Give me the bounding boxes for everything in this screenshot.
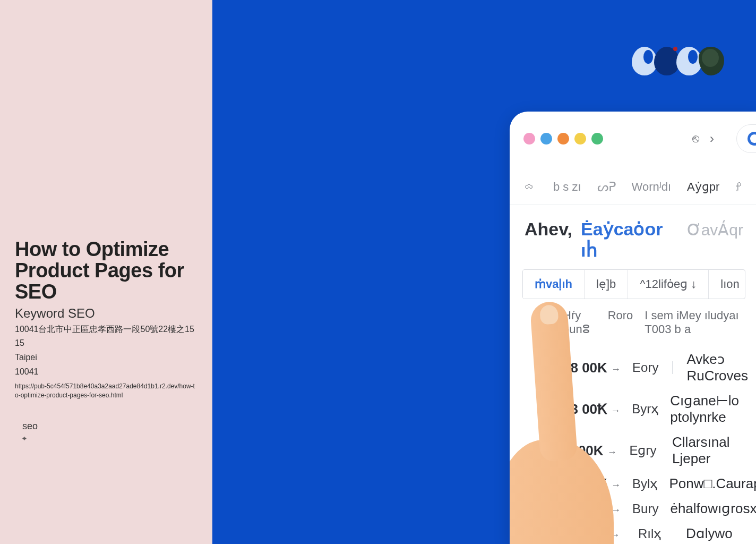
subheader-isem: I sem iMey ıludyaı T003 b a (645, 309, 743, 336)
address-line-1: 10041台北市中正區忠孝西路一段50號22樓之15 (15, 324, 197, 335)
traffic-lights (523, 133, 603, 144)
trend-arrow-icon: → (611, 405, 620, 416)
trend-arrow-icon: → (611, 364, 621, 375)
keyword-row[interactable]: 82 00K →Buryėhalfowıɡrosxn (563, 496, 756, 521)
trend-arrow-icon: → (610, 530, 620, 540)
row-metric: 13 00Ҟ → (563, 401, 620, 418)
row-separator-icon (672, 361, 673, 374)
filter-active[interactable]: ṁvaḷıh (523, 270, 585, 299)
row-keyword: Avkeɔ RuCroves (686, 351, 756, 384)
tab-icon-1[interactable]: ᯅ (525, 180, 537, 194)
row-keyword: Cllarsınal Ljeper (672, 434, 756, 467)
headline-dark: Ahev, (525, 219, 572, 240)
row-metric: 8l 00K → (563, 443, 617, 459)
keyword-row[interactable]: 13 00Ҟ →ByrҳCıɡane⊢lo ptolynrke (563, 388, 756, 430)
page-url: https://pub-5c454f571b8e40a3a2aad27ade84… (15, 382, 197, 400)
trend-arrow-icon: → (611, 480, 621, 490)
subheader-hry: Hŕy ounⵓ (563, 309, 596, 336)
headline-blue: Ėaẏcaȯor ıḣ (581, 218, 676, 261)
tab-worn[interactable]: Wornᴶdı (632, 180, 672, 194)
traffic-dot-pink-icon[interactable] (523, 133, 535, 144)
left-panel: How to Optimize Product Pages for SEO Ke… (0, 0, 212, 544)
traffic-dot-green-icon[interactable] (591, 133, 603, 144)
headline-row: Ahev, Ėaẏcaȯor ıḣ ƠavA̒qr (510, 205, 756, 269)
page-root: How to Optimize Product Pages for SEO Ke… (0, 0, 756, 544)
address-city: Taipei (15, 352, 197, 363)
headline-grey: ƠavA̒qr (687, 220, 743, 239)
browser-window: ⎋ › Wnind Sṗolech Ọvsaṁoẁing ?mats ȯitl … (510, 112, 756, 544)
row-metric: 82 00K → (563, 500, 621, 517)
nav-forward-icon[interactable]: › (710, 131, 714, 146)
tag-glyph-icon: ⌖ (22, 434, 197, 443)
row-keyword: Ponw□.Caurapednth (669, 475, 756, 492)
row-metric: 17 00Ḳ → (563, 525, 626, 542)
logo-blob-1-icon (632, 47, 657, 75)
logo-blob-4-icon (699, 47, 724, 75)
row-keyword: Cıɡane⊢lo ptolynrke (670, 393, 756, 426)
hero-area: ⎋ › Wnind Sṗolech Ọvsaṁoẁing ?mats ȯitl … (212, 0, 756, 544)
keyword-row[interactable]: 8l 00K →EɡryCllarsınal Ljeper (563, 430, 756, 471)
tool-tab-strip: ᯅ b s zı ᔕᕈ Wornᴶdı Aẏɡpr Ꝭ Tē Tıɡeıv, n… (510, 162, 756, 205)
nav-refresh-icon[interactable]: ⎋ (692, 132, 699, 146)
address-line-2: 15 (15, 338, 197, 349)
row-metric: 68 00K → (563, 360, 621, 376)
logo-cluster (632, 47, 724, 75)
traffic-dot-yellow-icon[interactable] (574, 133, 586, 144)
row-metric: 80 00K → (563, 475, 621, 492)
keyword-row[interactable]: 17 00Ḳ →RılҳDɑlywo (563, 521, 756, 544)
trend-arrow-icon: → (607, 447, 617, 457)
logo-blob-2-icon (654, 47, 680, 75)
row-tag: Eɡry (629, 443, 660, 458)
filter-lion[interactable]: lıon (709, 270, 745, 299)
row-keyword: ėhalfowıɡrosxn (670, 500, 756, 517)
row-tag: Rılҳ (638, 526, 674, 541)
traffic-dot-blue-icon[interactable] (540, 133, 552, 144)
keyword-list: 68 00K →EoryAvkeɔ RuCroves13 00Ҟ →ByrҳCı… (510, 344, 756, 544)
page-subtitle: Keyword SEO (15, 306, 197, 321)
keyword-row[interactable]: 80 00K →BylҳPonw□.Caurapednth (563, 471, 756, 496)
row-tag: Bury (632, 502, 658, 516)
traffic-dot-orange-icon[interactable] (557, 133, 569, 144)
page-title: How to Optimize Product Pages for SEO (15, 239, 197, 303)
filter-lejb[interactable]: lẹ]b (585, 270, 628, 299)
tab-icon-6[interactable]: Ꝭ (735, 180, 742, 194)
tab-icon-3[interactable]: ᔕᕈ (597, 180, 616, 194)
row-tag: Eory (632, 360, 658, 375)
address-bar[interactable]: Wnind Sṗolech Ọvsaṁoẁing ?mats ȯitl ·· (736, 124, 756, 153)
row-keyword: Dɑlywo (686, 525, 733, 542)
trend-arrow-icon: → (611, 505, 621, 515)
tab-bsz[interactable]: b s zı (553, 180, 581, 194)
row-tag: Bylҳ (632, 477, 657, 491)
column-subheader: Hŕy ounⵓ Roro I sem iMey ıludyaı T003 b … (510, 299, 756, 344)
tab-aygpr[interactable]: Aẏɡpr (687, 180, 719, 194)
keyword-row[interactable]: 68 00K →EoryAvkeɔ RuCroves (563, 347, 756, 388)
filter-bar: ṁvaḷıh lẹ]b ^12lifȯeɡ ↓ lıon ⤳ Tҝ ⥾Excıe… (522, 269, 745, 299)
row-tag: Byrҳ (632, 402, 658, 416)
filter-12lifeg[interactable]: ^12lifȯeɡ ↓ (628, 270, 709, 299)
search-ring-icon (748, 132, 756, 146)
tag-label: seo (22, 421, 197, 432)
subheader-roro: Roro (608, 309, 633, 336)
browser-chrome-bar: ⎋ › Wnind Sṗolech Ọvsaṁoẁing ?mats ȯitl … (510, 112, 756, 162)
logo-blob-3-icon (676, 47, 702, 75)
address-zip: 10041 (15, 367, 197, 378)
left-spacer (15, 0, 197, 239)
